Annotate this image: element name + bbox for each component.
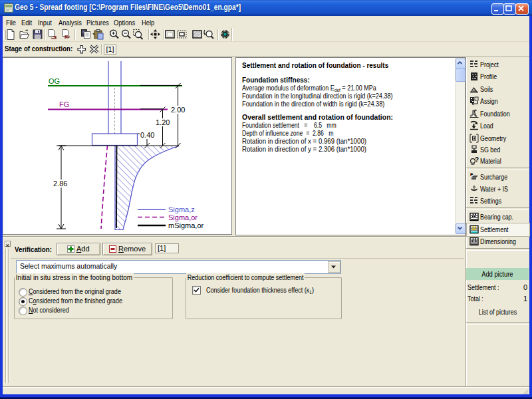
- svg-text:Sigma,z: Sigma,z: [168, 205, 195, 213]
- svg-text:FG: FG: [59, 100, 69, 108]
- svg-text:2.00: 2.00: [171, 106, 185, 114]
- svg-text:2.86: 2.86: [53, 180, 67, 188]
- svg-text:mSigma,or: mSigma,or: [168, 221, 204, 229]
- svg-text:?: ?: [475, 156, 479, 164]
- svg-text:OG: OG: [49, 77, 60, 85]
- svg-text:0.40: 0.40: [140, 131, 154, 139]
- svg-text:1.20: 1.20: [156, 118, 170, 126]
- svg-text:Sigma,or: Sigma,or: [168, 213, 198, 221]
